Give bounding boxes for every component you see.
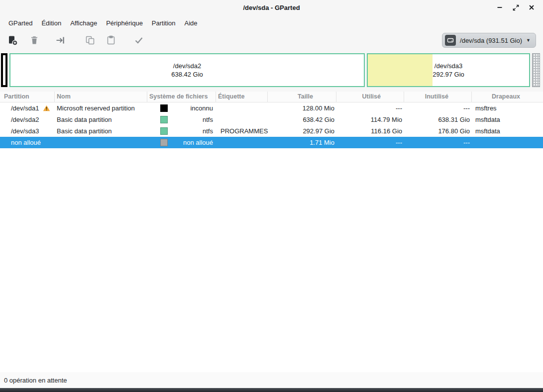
screen-bottom-edge — [0, 388, 543, 392]
fs-color-swatch — [160, 116, 168, 123]
cell-filesystem: ntfs — [168, 114, 216, 125]
restore-button[interactable] — [510, 2, 521, 13]
partition-table-body: /dev/sda1 Microsoft reserved partition i… — [0, 102, 543, 148]
disk-visual: /dev/sda2 638.42 Gio /dev/sda3 292.97 Gi… — [0, 50, 543, 92]
cell-filesystem: non alloué — [168, 137, 216, 148]
column-header-nom[interactable]: Nom — [55, 92, 147, 102]
cell-nom: Microsoft reserved partition — [55, 102, 147, 114]
menu-aide[interactable]: Aide — [180, 17, 202, 29]
device-selector[interactable]: /dev/sda (931.51 Gio) ▼ — [442, 33, 536, 48]
column-header-partition[interactable]: Partition — [0, 92, 55, 102]
menubar: GParted Édition Affichage Périphérique P… — [0, 15, 543, 31]
paste-button[interactable] — [106, 35, 116, 46]
column-header-etiquette[interactable]: Étiquette — [216, 92, 268, 102]
cell-etiquette — [216, 137, 268, 148]
column-header-systeme-de-fichiers[interactable]: Système de fichiers — [147, 92, 216, 102]
menu-peripherique[interactable]: Périphérique — [102, 17, 147, 29]
cell-utilise: --- — [336, 102, 404, 114]
apply-operations-button[interactable] — [133, 35, 144, 46]
new-partition-icon — [7, 35, 18, 46]
copy-icon — [85, 35, 96, 46]
warning-icon — [43, 105, 50, 111]
cell-nom — [55, 137, 147, 148]
table-row[interactable]: non alloué non alloué 1.71 Mio --- --- — [0, 137, 543, 148]
fs-color-swatch — [160, 139, 168, 146]
new-partition-button[interactable] — [7, 35, 18, 46]
cell-drapeaux — [472, 137, 543, 148]
column-header-utilise[interactable]: Utilisé — [336, 92, 404, 102]
titlebar[interactable]: /dev/sda - GParted — [0, 0, 543, 15]
paste-icon — [106, 35, 116, 46]
trash-icon — [29, 35, 40, 46]
table-empty-area — [0, 148, 543, 372]
cell-inutilise: 638.31 Gio — [404, 114, 472, 125]
delete-partition-button[interactable] — [29, 35, 40, 46]
cell-taille: 292.97 Gio — [268, 125, 336, 137]
apply-check-icon — [133, 35, 144, 46]
disk-segment-sda2[interactable]: /dev/sda2 638.42 Gio — [9, 53, 365, 87]
cell-taille: 1.71 Mio — [268, 137, 336, 148]
cell-nom: Basic data partition — [55, 125, 147, 137]
menu-partition[interactable]: Partition — [147, 17, 180, 29]
minimize-button[interactable] — [494, 2, 505, 13]
cell-drapeaux: msftdata — [472, 125, 543, 137]
fs-color-swatch — [160, 104, 168, 112]
segment-size: 638.42 Gio — [171, 70, 203, 79]
segment-label: /dev/sda3 — [434, 62, 462, 70]
resize-move-button[interactable] — [55, 35, 66, 46]
minimize-icon — [497, 4, 503, 10]
cell-nom: Basic data partition — [55, 114, 147, 125]
copy-button[interactable] — [85, 35, 96, 46]
used-space-fill — [368, 54, 433, 86]
disk-segment-sda1[interactable] — [1, 53, 7, 87]
cell-taille: 638.42 Gio — [268, 114, 336, 125]
cell-filesystem: inconnu — [168, 102, 216, 114]
column-header-drapeaux[interactable]: Drapeaux — [472, 92, 543, 102]
menu-gparted[interactable]: GParted — [4, 17, 37, 29]
disk-segment-sda3[interactable]: /dev/sda3 292.97 Gio — [367, 53, 530, 87]
device-selector-label: /dev/sda (931.51 Gio) — [460, 37, 522, 44]
cell-utilise: 114.79 Mio — [336, 114, 404, 125]
cell-drapeaux: msftdata — [472, 114, 543, 125]
cell-partition: /dev/sda3 — [11, 125, 39, 137]
cell-inutilise: --- — [404, 137, 472, 148]
close-icon — [529, 4, 535, 10]
table-row[interactable]: /dev/sda3 Basic data partition ntfs PROG… — [0, 125, 543, 137]
column-header-inutilise[interactable]: Inutilisé — [404, 92, 472, 102]
cell-utilise: --- — [336, 137, 404, 148]
cell-partition: /dev/sda1 — [11, 102, 39, 114]
restore-icon — [513, 4, 519, 11]
cell-filesystem: ntfs — [168, 125, 216, 137]
cell-etiquette — [216, 102, 268, 114]
partition-table-header: Partition Nom Système de fichiers Étique… — [0, 92, 543, 102]
pending-operations-status: 0 opération en attente — [4, 377, 67, 384]
segment-size: 292.97 Gio — [433, 70, 464, 79]
table-row[interactable]: /dev/sda1 Microsoft reserved partition i… — [0, 102, 543, 114]
window-controls — [494, 2, 543, 13]
harddisk-icon — [445, 35, 456, 46]
disk-segment-unallocated[interactable] — [532, 53, 540, 87]
table-row[interactable]: /dev/sda2 Basic data partition ntfs 638.… — [0, 114, 543, 125]
resize-move-icon — [55, 35, 66, 46]
cell-utilise: 116.16 Gio — [336, 125, 404, 137]
menu-edition[interactable]: Édition — [37, 17, 66, 29]
menu-affichage[interactable]: Affichage — [66, 17, 102, 29]
cell-partition: /dev/sda2 — [11, 114, 39, 125]
cell-inutilise: --- — [404, 102, 472, 114]
chevron-down-icon: ▼ — [526, 38, 531, 43]
cell-partition: non alloué — [11, 137, 41, 148]
statusbar: 0 opération en attente — [0, 372, 543, 388]
cell-inutilise: 176.80 Gio — [404, 125, 472, 137]
cell-etiquette: PROGRAMMES — [216, 125, 268, 137]
gparted-window: /dev/sda - GParted GParted Édition Affic… — [0, 0, 543, 392]
segment-label: /dev/sda2 — [173, 62, 201, 70]
column-header-taille[interactable]: Taille — [268, 92, 336, 102]
cell-taille: 128.00 Mio — [268, 102, 336, 114]
fs-color-swatch — [160, 127, 168, 135]
cell-drapeaux: msftres — [472, 102, 543, 114]
toolbar: /dev/sda (931.51 Gio) ▼ — [0, 31, 543, 50]
window-title: /dev/sda - GParted — [0, 4, 543, 11]
cell-etiquette — [216, 114, 268, 125]
close-button[interactable] — [526, 2, 537, 13]
